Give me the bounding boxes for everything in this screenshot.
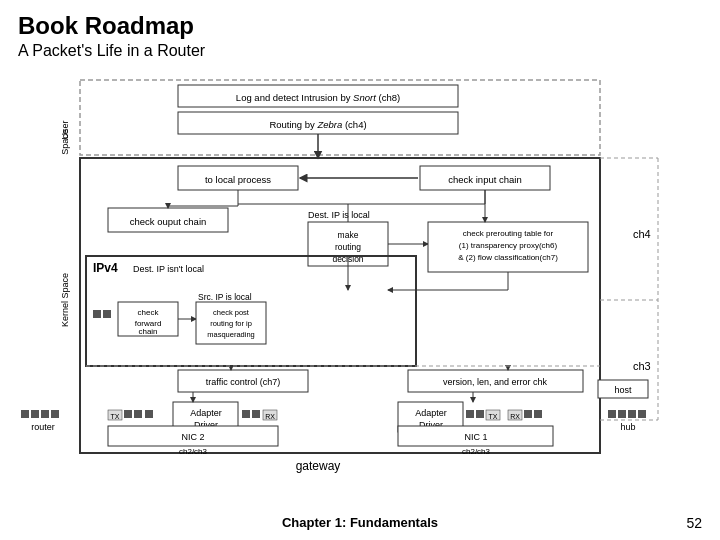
hub-block4 <box>638 410 646 418</box>
check-post-text2: routing for ip <box>210 319 252 328</box>
rx-text-nic2: RX <box>265 413 275 420</box>
ch3-label: ch3 <box>633 360 651 372</box>
footer-chapter-text: Chapter 1: Fundamentals <box>282 515 438 530</box>
traffic-control-text: traffic control (ch7) <box>206 377 280 387</box>
make-routing-text1: make <box>338 230 359 240</box>
adapter-driver-right-text1: Adapter <box>415 408 447 418</box>
tx-block1-nic1 <box>466 410 474 418</box>
user-space-label2: Space <box>60 129 70 155</box>
check-forward-text1: check <box>138 308 160 317</box>
diagram-svg: User Space Kernel Space Log and detect I… <box>18 70 698 490</box>
hub-label-text: hub <box>620 422 635 432</box>
tx-block3-nic2 <box>145 410 153 418</box>
check-post-text1: check post <box>213 308 250 317</box>
title-area: Book Roadmap A Packet's Life in a Router <box>18 12 702 62</box>
tx-block2-nic1 <box>476 410 484 418</box>
dest-ip-local-text: Dest. IP is local <box>308 210 370 220</box>
prerouting-text2: (1) transparency proxy(ch6) <box>459 241 558 250</box>
footer: Chapter 1: Fundamentals 52 <box>0 515 720 530</box>
tx-block1-nic2 <box>124 410 132 418</box>
check-forward-text3: chain <box>138 327 157 336</box>
router-block4 <box>51 410 59 418</box>
nic2-ch-text: ch2/ch3 <box>179 447 208 456</box>
tx-text-nic2: TX <box>111 413 120 420</box>
kernel-space-label: Kernel Space <box>60 273 70 327</box>
routing-zebra-text: Routing by Zebra (ch4) <box>269 119 366 130</box>
rx-text-nic1: RX <box>510 413 520 420</box>
dest-ip-isnt-local-text: Dest. IP isn't local <box>133 264 204 274</box>
rx-block1-nic1 <box>524 410 532 418</box>
host-label: host <box>614 385 632 395</box>
diagram-container: User Space Kernel Space Log and detect I… <box>18 70 698 490</box>
rx-block1-nic2 <box>242 410 250 418</box>
page-title-sub: A Packet's Life in a Router <box>18 41 702 62</box>
nic1-ch-text: ch2/ch3 <box>462 447 491 456</box>
nic2-label-text: NIC 2 <box>181 432 204 442</box>
router-label-text: router <box>31 422 55 432</box>
prerouting-text3: & (2) flow classification(ch7) <box>458 253 558 262</box>
make-routing-text2: routing <box>335 242 361 252</box>
ipv4-label-text: IPv4 <box>93 261 118 275</box>
app: Book Roadmap A Packet's Life in a Router… <box>0 0 720 540</box>
router-block1 <box>21 410 29 418</box>
nic1-label-text: NIC 1 <box>464 432 487 442</box>
log-detect-text: Log and detect Intrusion by Snort (ch8) <box>236 92 400 103</box>
check-output-chain-text: check ouput chain <box>130 216 207 227</box>
page-title-main: Book Roadmap <box>18 12 702 41</box>
hub-block2 <box>618 410 626 418</box>
to-local-process-text: to local process <box>205 174 271 185</box>
footer-page-number: 52 <box>686 515 702 531</box>
rx-block2-nic2 <box>252 410 260 418</box>
tx-block2-nic2 <box>134 410 142 418</box>
gateway-label-text: gateway <box>296 459 341 473</box>
ch4-label: ch4 <box>633 228 651 240</box>
hub-block3 <box>628 410 636 418</box>
prerouting-text1: check prerouting table for <box>463 229 554 238</box>
router-block2 <box>31 410 39 418</box>
block1 <box>93 310 101 318</box>
tx-text-nic1: TX <box>489 413 498 420</box>
version-len-text: version, len, and error chk <box>443 377 548 387</box>
adapter-driver-left-text1: Adapter <box>190 408 222 418</box>
rx-block2-nic1 <box>534 410 542 418</box>
hub-block1 <box>608 410 616 418</box>
check-input-chain-text: check input chain <box>448 174 521 185</box>
check-post-text3: masquerading <box>207 330 255 339</box>
router-block3 <box>41 410 49 418</box>
block2 <box>103 310 111 318</box>
src-ip-local-text: Src. IP is local <box>198 292 252 302</box>
